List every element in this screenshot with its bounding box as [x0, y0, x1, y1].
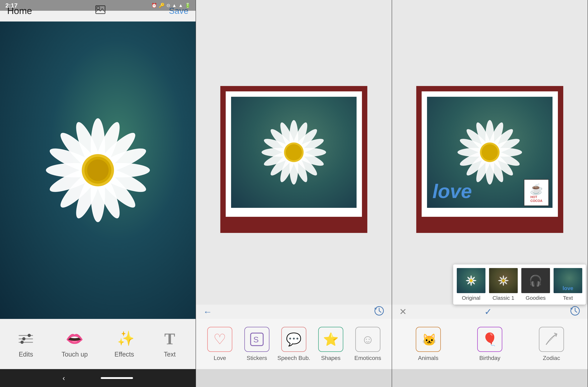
- battery-icon: 🔋: [185, 3, 190, 8]
- toolbar-item-touchup[interactable]: 👄 Touch up: [62, 330, 88, 358]
- birthday-label: Birthday: [479, 355, 500, 361]
- svg-point-60: [482, 144, 498, 160]
- category-stickers[interactable]: S Stickers: [238, 327, 275, 361]
- nav-arrows-2: ←: [196, 305, 392, 319]
- effect-text-label: Text: [563, 295, 573, 301]
- text-label: Text: [164, 351, 176, 358]
- signal-icon: ▲: [172, 3, 177, 8]
- back-button-2[interactable]: ←: [203, 306, 212, 317]
- key-icon: 🔑: [159, 3, 165, 8]
- sticker-toolbar-2: ♡ Love S Stickers 💬 Speech Bub. ⭐ Shapes: [196, 319, 392, 369]
- animals-icon: 🐱: [416, 327, 441, 352]
- speech-icon: 💬: [281, 327, 306, 352]
- zodiac-icon: [539, 327, 564, 352]
- inner-photo-3: love ☕ HOTCOCOA: [427, 97, 552, 208]
- love-text-overlay: love: [432, 180, 472, 203]
- frame-container-2: [220, 86, 367, 233]
- love-label: Love: [214, 355, 226, 361]
- status-icons-1: ⏰ 🔑 ⊝ ▲ ▲ 🔋: [151, 3, 190, 8]
- category-animals[interactable]: 🐱 Animals: [398, 327, 459, 361]
- category-zodiac[interactable]: Zodiac: [521, 327, 582, 361]
- svg-text:🐱: 🐱: [422, 333, 436, 347]
- history-button-3[interactable]: [570, 306, 581, 318]
- shapes-label: Shapes: [321, 355, 341, 361]
- love-icon: ♡: [207, 327, 232, 352]
- panel-3: 2:28 ⏰ 🔑 ⊝ ▲ ▲ 🔋: [392, 0, 588, 387]
- effect-original[interactable]: Original: [457, 268, 485, 301]
- touchup-label: Touch up: [62, 351, 88, 358]
- time-1: 2:17: [5, 2, 18, 9]
- toolbar-item-text[interactable]: T Text: [161, 330, 179, 358]
- birthday-icon: 🎈: [477, 327, 502, 352]
- zodiac-label: Zodiac: [543, 355, 560, 361]
- effects-label: Effects: [114, 351, 134, 358]
- emoticons-icon: ☺: [355, 327, 380, 352]
- panel-1: 2:17 ⏰ 🔑 ⊝ ▲ ▲ 🔋 Home Save: [0, 0, 196, 387]
- edits-label: Edits: [19, 351, 33, 358]
- category-love[interactable]: ♡ Love: [201, 327, 238, 361]
- effect-thumb-text: love: [554, 268, 582, 293]
- effect-goodies[interactable]: 🎧 Goodies: [521, 268, 550, 301]
- edits-icon: [17, 330, 35, 348]
- nav-arrows-3: ✕ ✓: [392, 305, 588, 319]
- block-icon: ⊝: [166, 3, 170, 8]
- speech-label: Speech Bub.: [277, 355, 310, 361]
- text-icon-tool: T: [161, 330, 179, 348]
- panel-2: 2:19 ⏰ 🔑 ⊝ ▲ ▲ 🔋: [196, 0, 392, 387]
- daisy-image-2: [253, 112, 334, 193]
- svg-point-69: [469, 279, 473, 282]
- stickers-label: Stickers: [247, 355, 267, 361]
- svg-point-78: [502, 279, 505, 282]
- effect-thumb-original: [457, 268, 485, 293]
- svg-point-39: [286, 144, 302, 160]
- hot-cocoa-sticker[interactable]: ☕ HOTCOCOA: [524, 179, 549, 206]
- effect-classic1[interactable]: Classic 1: [489, 268, 518, 301]
- toolbar-item-edits[interactable]: Edits: [17, 330, 35, 358]
- bottom-toolbar-1: Edits 👄 Touch up ✨ Effects T Text: [0, 319, 196, 369]
- svg-text:S: S: [253, 335, 259, 344]
- category-speech[interactable]: 💬 Speech Bub.: [275, 327, 312, 361]
- effect-original-label: Original: [462, 295, 480, 301]
- touchup-icon: 👄: [66, 330, 84, 348]
- category-emoticons[interactable]: ☺ Emoticons: [349, 327, 386, 361]
- effect-goodies-label: Goodies: [525, 295, 546, 301]
- effects-icon: ✨: [115, 330, 133, 348]
- category-shapes[interactable]: ⭐ Shapes: [312, 327, 349, 361]
- photo-canvas-1: [0, 21, 196, 319]
- history-button-2[interactable]: [374, 306, 384, 318]
- status-bar-1: 2:17 ⏰ 🔑 ⊝ ▲ ▲ 🔋: [0, 0, 196, 11]
- effects-popup: Original: [453, 265, 586, 305]
- effect-thumb-goodies: 🎧: [521, 268, 550, 293]
- close-button-3[interactable]: ✕: [399, 306, 407, 317]
- red-bar: [226, 217, 362, 227]
- frame-container-3: love ☕ HOTCOCOA: [416, 86, 563, 233]
- home-pill-1[interactable]: [101, 377, 133, 379]
- wifi-icon: ▲: [178, 3, 183, 8]
- category-birthday[interactable]: 🎈 Birthday: [459, 327, 521, 361]
- confirm-button-3[interactable]: ✓: [484, 306, 492, 317]
- effect-classic1-label: Classic 1: [492, 295, 514, 301]
- svg-line-81: [546, 334, 557, 345]
- svg-point-20: [87, 160, 109, 181]
- emoticons-label: Emoticons: [355, 355, 381, 361]
- alarm-icon: ⏰: [151, 3, 157, 8]
- animals-label: Animals: [418, 355, 439, 361]
- svg-text:✨: ✨: [117, 330, 133, 347]
- sticker-toolbar-3: 🐱 Animals 🎈 Birthday Zodiac: [392, 319, 588, 369]
- stickers-icon: S: [244, 327, 270, 352]
- shapes-icon: ⭐: [318, 327, 343, 352]
- photo-area-2: [196, 0, 392, 319]
- toolbar-item-effects[interactable]: ✨ Effects: [114, 330, 134, 358]
- daisy-image-1: [35, 107, 161, 233]
- red-bar-3: [422, 217, 558, 227]
- effect-thumb-classic1: [489, 268, 518, 293]
- effect-text[interactable]: love Text: [554, 268, 582, 301]
- nav-bar-1: ‹: [0, 369, 196, 387]
- back-arrow-1[interactable]: ‹: [63, 374, 65, 382]
- inner-photo-2: [231, 97, 357, 208]
